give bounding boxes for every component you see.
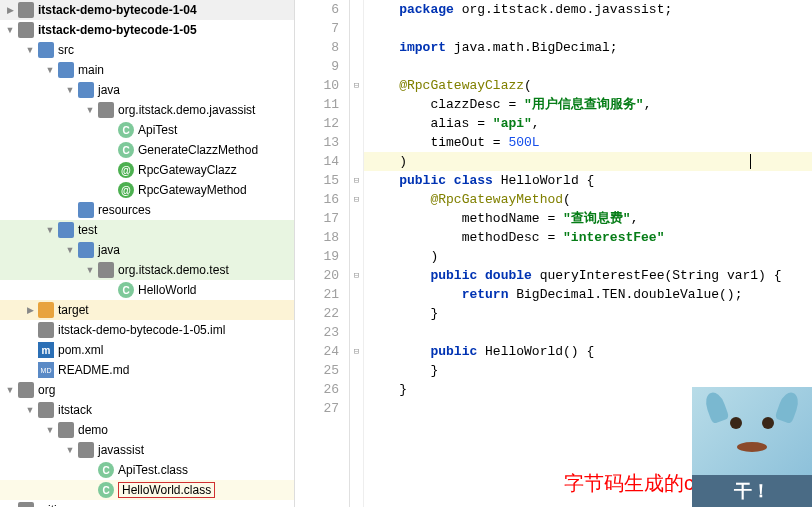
tree-node-class[interactable]: ▶ C GenerateClazzMethod [0,140,294,160]
tree-label: main [78,63,104,77]
tree-label: java [98,83,120,97]
code-editor[interactable]: 6 7 8 9 10 11 12 13 14 15 16 17 18 19 20… [295,0,812,507]
folder-icon [38,302,54,318]
code-line: return BigDecimal.TEN.doubleValue(); [364,285,812,304]
line-number: 12 [295,114,339,133]
tree-node-class[interactable]: ▶ C HelloWorld [0,280,294,300]
code-body[interactable]: package org.itstack.demo.javassist; impo… [364,0,812,507]
tree-label: HelloWorld.class [122,483,211,497]
tree-label: pom.xml [58,343,103,357]
tree-node-module[interactable]: ▶ itstack-demo-bytecode-1-04 [0,0,294,20]
line-number: 23 [295,323,339,342]
code-line: public double queryInterestFee(String va… [364,266,812,285]
tree-label: org.itstack.demo.test [118,263,229,277]
tree-node-folder[interactable]: ▼ itstack [0,400,294,420]
fold-marker[interactable]: ⊟ [350,76,363,95]
chevron-down-icon: ▼ [84,104,96,116]
line-number: 9 [295,57,339,76]
chevron-down-icon: ▼ [4,24,16,36]
tree-node-annotation[interactable]: ▶ @ RpcGatewayMethod [0,180,294,200]
tree-label: README.md [58,363,129,377]
tree-node-class[interactable]: ▶ C ApiTest [0,120,294,140]
chevron-down-icon: ▼ [24,404,36,416]
code-line-active: ) [364,152,812,171]
line-number: 17 [295,209,339,228]
tree-node-folder[interactable]: ▼ main [0,60,294,80]
tree-label: ApiTest.class [118,463,188,477]
chevron-down-icon: ▼ [64,84,76,96]
code-line: @RpcGatewayClazz( [364,76,812,95]
package-icon [98,102,114,118]
line-number: 7 [295,19,339,38]
tree-node-folder[interactable]: ▶ resources [0,200,294,220]
tree-node-file[interactable]: ▶ itstack-demo-bytecode-1-05.iml [0,320,294,340]
tree-node-folder[interactable]: ▼ test [0,220,294,240]
sticker-caption: 干！ [692,475,812,507]
line-number: 21 [295,285,339,304]
class-icon: C [118,142,134,158]
tree-label: test [78,223,97,237]
chevron-right-icon: ▶ [24,304,36,316]
tree-node-folder[interactable]: ▶ target [0,300,294,320]
tree-node-file[interactable]: ▶ MD README.md [0,360,294,380]
line-number: 11 [295,95,339,114]
line-number: 13 [295,133,339,152]
tree-node-folder[interactable]: ▼ java [0,80,294,100]
class-icon: C [118,122,134,138]
chevron-down-icon: ▼ [24,44,36,56]
code-line: ) [364,247,812,266]
maven-icon: m [38,342,54,358]
tree-label: GenerateClazzMethod [138,143,258,157]
code-line: } [364,361,812,380]
line-number: 19 [295,247,339,266]
fold-marker[interactable]: ⊟ [350,171,363,190]
tree-node-folder[interactable]: ▼ src [0,40,294,60]
tree-label: HelloWorld [138,283,196,297]
tree-node-folder[interactable]: ▼ demo [0,420,294,440]
tree-label: itstack [58,403,92,417]
fold-marker[interactable]: ⊟ [350,266,363,285]
tree-node-module[interactable]: ▼ itstack-demo-bytecode-1-05 [0,20,294,40]
chevron-right-icon: ▶ [4,4,16,16]
tree-node-package[interactable]: ▼ org.itstack.demo.test [0,260,294,280]
chevron-down-icon: ▼ [44,64,56,76]
line-number: 27 [295,399,339,418]
line-number: 15 [295,171,339,190]
code-line: public HelloWorld() { [364,342,812,361]
tree-label: itstack-demo-bytecode-1-04 [38,3,197,17]
code-line [364,57,812,76]
fold-column[interactable]: ⊟ ⊟ ⊟ ⊟ ⊟ [350,0,364,507]
class-icon: C [98,462,114,478]
chevron-down-icon: ▼ [4,384,16,396]
tree-node-folder[interactable]: ▼ java [0,240,294,260]
code-line: timeOut = 500L [364,133,812,152]
tree-node-folder[interactable]: ▼ javassist [0,440,294,460]
fold-marker[interactable]: ⊟ [350,342,363,361]
tree-node-classfile-selected[interactable]: ▶ C HelloWorld.class [0,480,294,500]
code-line: alias = "api", [364,114,812,133]
tree-label: java [98,243,120,257]
line-number: 20 [295,266,339,285]
package-icon [98,262,114,278]
code-line: clazzDesc = "用户信息查询服务", [364,95,812,114]
tree-label: itstack-demo-bytecode-1-05.iml [58,323,225,337]
tree-label: resources [98,203,151,217]
line-number: 26 [295,380,339,399]
tree-label: .gitignore [38,503,87,507]
code-line: methodDesc = "interestFee" [364,228,812,247]
line-number: 10 [295,76,339,95]
project-tree[interactable]: ▶ itstack-demo-bytecode-1-04 ▼ itstack-d… [0,0,295,507]
tree-node-annotation[interactable]: ▶ @ RpcGatewayClazz [0,160,294,180]
folder-icon [58,62,74,78]
tree-node-file[interactable]: ▶ m pom.xml [0,340,294,360]
file-icon [18,502,34,507]
tree-label: demo [78,423,108,437]
folder-icon [78,442,94,458]
fold-marker[interactable]: ⊟ [350,190,363,209]
tree-node-folder[interactable]: ▼ org [0,380,294,400]
tree-node-classfile[interactable]: ▶ C ApiTest.class [0,460,294,480]
class-icon: C [98,482,114,498]
tree-node-file[interactable]: ▶ .gitignore [0,500,294,507]
folder-icon [58,422,74,438]
tree-node-package[interactable]: ▼ org.itstack.demo.javassist [0,100,294,120]
